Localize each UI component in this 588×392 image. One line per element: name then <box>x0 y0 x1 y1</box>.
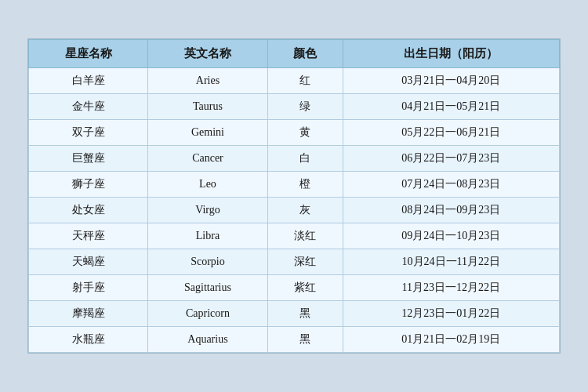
cell-color: 黄 <box>267 120 343 146</box>
header-color: 颜色 <box>267 40 343 68</box>
table-row: 金牛座Taurus绿04月21日一05月21日 <box>29 94 560 120</box>
cell-english-name: Capricorn <box>148 301 267 327</box>
cell-dates: 10月24日一11月22日 <box>343 249 559 275</box>
cell-chinese-name: 处女座 <box>29 198 148 223</box>
cell-color: 紫红 <box>267 275 343 301</box>
zodiac-table-container: 星座名称 英文名称 颜色 出生日期（阳历） 白羊座Aries红03月21日一04… <box>27 38 561 354</box>
cell-dates: 03月21日一04月20日 <box>343 68 559 94</box>
header-chinese-name: 星座名称 <box>29 40 148 68</box>
cell-english-name: Libra <box>148 223 267 249</box>
zodiac-table: 星座名称 英文名称 颜色 出生日期（阳历） 白羊座Aries红03月21日一04… <box>28 39 560 353</box>
cell-color: 灰 <box>267 198 343 223</box>
table-row: 白羊座Aries红03月21日一04月20日 <box>29 68 560 94</box>
cell-dates: 12月23日一01月22日 <box>343 301 559 327</box>
cell-dates: 04月21日一05月21日 <box>343 94 559 120</box>
cell-dates: 01月21日一02月19日 <box>343 327 559 353</box>
cell-english-name: Aries <box>148 68 267 94</box>
cell-chinese-name: 巨蟹座 <box>29 146 148 172</box>
cell-color: 白 <box>267 146 343 172</box>
cell-dates: 07月24日一08月23日 <box>343 172 559 198</box>
cell-english-name: Sagittarius <box>148 275 267 301</box>
table-body: 白羊座Aries红03月21日一04月20日金牛座Taurus绿04月21日一0… <box>29 68 560 353</box>
cell-chinese-name: 摩羯座 <box>29 301 148 327</box>
cell-color: 绿 <box>267 94 343 120</box>
cell-english-name: Virgo <box>148 198 267 223</box>
table-row: 射手座Sagittarius紫红11月23日一12月22日 <box>29 275 560 301</box>
cell-chinese-name: 双子座 <box>29 120 148 146</box>
cell-color: 橙 <box>267 172 343 198</box>
cell-english-name: Cancer <box>148 146 267 172</box>
cell-color: 黑 <box>267 301 343 327</box>
cell-chinese-name: 射手座 <box>29 275 148 301</box>
cell-english-name: Scorpio <box>148 249 267 275</box>
table-row: 处女座Virgo灰08月24日一09月23日 <box>29 198 560 223</box>
cell-chinese-name: 白羊座 <box>29 68 148 94</box>
cell-dates: 09月24日一10月23日 <box>343 223 559 249</box>
cell-dates: 08月24日一09月23日 <box>343 198 559 223</box>
cell-dates: 06月22日一07月23日 <box>343 146 559 172</box>
cell-english-name: Gemini <box>148 120 267 146</box>
table-row: 天蝎座Scorpio深红10月24日一11月22日 <box>29 249 560 275</box>
cell-color: 淡红 <box>267 223 343 249</box>
cell-chinese-name: 狮子座 <box>29 172 148 198</box>
cell-english-name: Leo <box>148 172 267 198</box>
cell-color: 深红 <box>267 249 343 275</box>
header-english-name: 英文名称 <box>148 40 267 68</box>
cell-english-name: Taurus <box>148 94 267 120</box>
cell-color: 黑 <box>267 327 343 353</box>
table-row: 水瓶座Aquarius黑01月21日一02月19日 <box>29 327 560 353</box>
header-dates: 出生日期（阳历） <box>343 40 559 68</box>
table-row: 天秤座Libra淡红09月24日一10月23日 <box>29 223 560 249</box>
cell-chinese-name: 金牛座 <box>29 94 148 120</box>
cell-dates: 11月23日一12月22日 <box>343 275 559 301</box>
cell-english-name: Aquarius <box>148 327 267 353</box>
table-row: 巨蟹座Cancer白06月22日一07月23日 <box>29 146 560 172</box>
table-row: 狮子座Leo橙07月24日一08月23日 <box>29 172 560 198</box>
table-row: 摩羯座Capricorn黑12月23日一01月22日 <box>29 301 560 327</box>
cell-color: 红 <box>267 68 343 94</box>
cell-dates: 05月22日一06月21日 <box>343 120 559 146</box>
table-header-row: 星座名称 英文名称 颜色 出生日期（阳历） <box>29 40 560 68</box>
cell-chinese-name: 天秤座 <box>29 223 148 249</box>
cell-chinese-name: 天蝎座 <box>29 249 148 275</box>
cell-chinese-name: 水瓶座 <box>29 327 148 353</box>
table-row: 双子座Gemini黄05月22日一06月21日 <box>29 120 560 146</box>
